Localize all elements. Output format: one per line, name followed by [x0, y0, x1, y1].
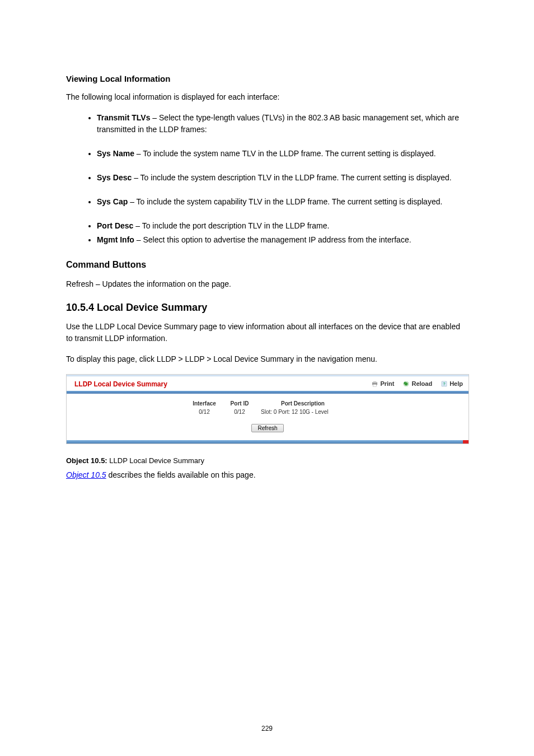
- print-label: Print: [380, 379, 394, 389]
- svg-rect-2: [373, 384, 377, 386]
- bullet-sys-desc: Sys Desc – To include the system descrip…: [97, 172, 468, 184]
- page-number: 229: [0, 724, 534, 734]
- reload-label: Reload: [411, 379, 432, 389]
- term-sys-desc: Sys Desc: [97, 173, 132, 182]
- desc-transmit-tlvs: – Select the type-length values (TLVs) i…: [97, 113, 459, 134]
- help-label: Help: [449, 379, 463, 389]
- cmd-buttons-heading: Command Buttons: [66, 258, 468, 272]
- table-row: 0/12 0/12 Slot: 0 Port: 12 10G - Level: [190, 408, 345, 416]
- cell-interface: 0/12: [190, 408, 218, 416]
- desc-sys-desc: – To include the system description TLV …: [132, 173, 451, 182]
- svg-text:?: ?: [443, 381, 446, 386]
- term-sys-cap: Sys Cap: [97, 197, 128, 206]
- bullet-transmit-tlvs: Transmit TLVs – Select the type-length v…: [97, 112, 468, 136]
- help-icon: ?: [441, 381, 447, 387]
- cell-desc: Slot: 0 Port: 12 10G - Level: [261, 408, 345, 416]
- viewing-intro: The following local information is displ…: [66, 91, 468, 103]
- term-port-desc: Port Desc: [97, 221, 133, 230]
- caption-text: LLDP Local Device Summary: [109, 456, 204, 465]
- table-header-row: Interface Port ID Port Description: [190, 399, 345, 408]
- figure-header: LLDP Local Device Summary Print Reload: [67, 376, 469, 391]
- desc-port-desc: – To include the port description TLV in…: [133, 221, 329, 230]
- caption-label: Object 10.5:: [66, 456, 107, 465]
- section-intro: Use the LLDP Local Device Summary page t…: [66, 321, 468, 344]
- col-desc-header: Port Description: [261, 399, 345, 408]
- tlv-bullet-list: Transmit TLVs – Select the type-length v…: [97, 112, 468, 246]
- reload-icon: [403, 381, 409, 387]
- term-mgmt-info: Mgmt Info: [97, 235, 134, 244]
- reload-button[interactable]: Reload: [403, 379, 432, 389]
- bullet-port-desc: Port Desc – To include the port descript…: [97, 220, 468, 232]
- col-interface-header: Interface: [190, 399, 218, 408]
- object-link[interactable]: Object 10.5: [66, 470, 106, 479]
- cmd-buttons-text: Refresh – Updates the information on the…: [66, 278, 468, 290]
- cell-portid: 0/12: [228, 408, 251, 416]
- section-nav: To display this page, click LLDP > LLDP …: [66, 353, 468, 365]
- figure-caption: Object 10.5: LLDP Local Device Summary: [66, 455, 468, 466]
- desc-sys-name: – To include the system name TLV in the …: [134, 149, 436, 158]
- bullet-sys-cap: Sys Cap – To include the system capabili…: [97, 196, 468, 208]
- col-portid-header: Port ID: [228, 399, 251, 408]
- figure-table: Interface Port ID Port Description 0/12 …: [190, 399, 345, 416]
- section-number: 10.5.4 Local Device Summary: [66, 300, 468, 315]
- term-sys-name: Sys Name: [97, 149, 134, 158]
- bullet-mgmt-info: Mgmt Info – Select this option to advert…: [97, 234, 468, 246]
- desc-mgmt-info: – Select this option to advertise the ma…: [134, 235, 411, 244]
- figure-lldp-summary: LLDP Local Device Summary Print Reload: [66, 374, 469, 444]
- viewing-heading: Viewing Local Information: [66, 73, 468, 86]
- print-button[interactable]: Print: [372, 379, 394, 389]
- details-text: describes the fields available on this p…: [106, 470, 256, 479]
- svg-rect-1: [373, 381, 377, 383]
- details-paragraph: Object 10.5 describes the fields availab…: [66, 469, 468, 481]
- figure-actions: Print Reload ? Help: [372, 379, 463, 389]
- figure-body: Interface Port ID Port Description 0/12 …: [67, 394, 469, 440]
- help-button[interactable]: ? Help: [441, 379, 463, 389]
- desc-sys-cap: – To include the system capability TLV i…: [128, 197, 442, 206]
- bullet-sys-name: Sys Name – To include the system name TL…: [97, 148, 468, 160]
- figure-title: LLDP Local Device Summary: [74, 379, 372, 389]
- term-transmit-tlvs: Transmit TLVs: [97, 113, 150, 122]
- figure-bottom-bar: [67, 440, 469, 444]
- print-icon: [372, 381, 378, 387]
- refresh-button[interactable]: Refresh: [251, 424, 283, 432]
